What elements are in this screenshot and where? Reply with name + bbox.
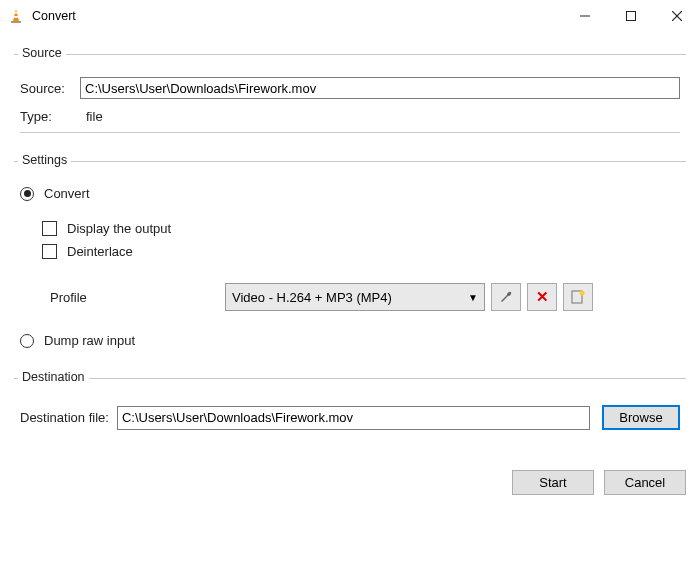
browse-button[interactable]: Browse [602,405,680,430]
svg-rect-5 [627,12,636,21]
convert-radio[interactable] [20,187,34,201]
profile-selected-value: Video - H.264 + MP3 (MP4) [232,290,392,305]
window-title: Convert [32,9,562,23]
chevron-down-icon: ▼ [468,292,478,303]
settings-group-label: Settings [18,153,71,167]
dump-radio[interactable] [20,334,34,348]
settings-group: Settings Convert Display the output Dein… [14,161,686,366]
display-output-checkbox[interactable] [42,221,57,236]
destination-group-label: Destination [18,370,89,384]
convert-radio-label: Convert [44,186,90,201]
minimize-icon [580,11,590,21]
type-label: Type: [20,109,80,124]
source-label: Source: [20,81,80,96]
deinterlace-checkbox[interactable] [42,244,57,259]
display-output-label: Display the output [67,221,171,236]
svg-rect-3 [11,21,21,23]
destination-label: Destination file: [20,410,109,425]
window-controls [562,0,700,32]
svg-marker-0 [13,9,19,21]
wrench-icon [498,289,514,305]
delete-profile-button[interactable]: ✕ [527,283,557,311]
dump-radio-label: Dump raw input [44,333,135,348]
profile-label: Profile [50,290,225,305]
minimize-button[interactable] [562,0,608,32]
vlc-cone-icon [8,8,24,24]
source-group-label: Source [18,46,66,60]
titlebar: Convert [0,0,700,32]
svg-rect-2 [14,16,19,18]
profile-select[interactable]: Video - H.264 + MP3 (MP4) ▼ [225,283,485,311]
edit-profile-button[interactable] [491,283,521,311]
destination-input[interactable] [117,406,590,430]
type-value: file [86,109,103,124]
cancel-button[interactable]: Cancel [604,470,686,495]
svg-rect-1 [14,12,18,14]
new-profile-button[interactable] [563,283,593,311]
close-icon [672,11,682,21]
source-input[interactable] [80,77,680,99]
destination-group: Destination Destination file: Browse [14,378,686,444]
maximize-button[interactable] [608,0,654,32]
new-profile-icon [570,289,586,305]
maximize-icon [626,11,636,21]
x-icon: ✕ [536,288,549,306]
source-group: Source Source: Type: file [14,54,686,149]
close-button[interactable] [654,0,700,32]
svg-point-9 [580,291,585,296]
dialog-footer: Start Cancel [0,458,700,507]
start-button[interactable]: Start [512,470,594,495]
deinterlace-label: Deinterlace [67,244,133,259]
